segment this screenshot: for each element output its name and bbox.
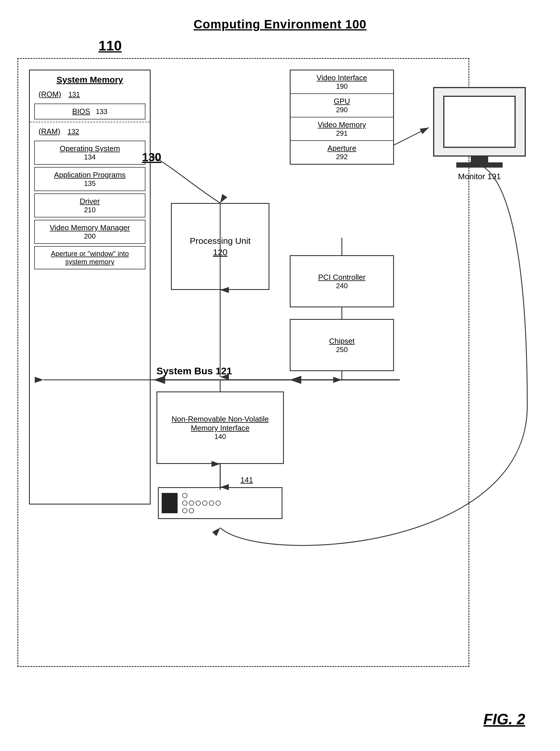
pu-num: 120 [213,247,227,257]
monitor-stand [471,157,488,162]
vmm-num: 200 [84,232,96,240]
pci-num: 240 [336,282,348,290]
aperture-note-box: Aperture or "window" into system memory [34,246,145,269]
hdd-circles-top [182,493,221,498]
driver-box: Driver 210 [34,193,145,217]
vi-title: Video Interface [295,73,389,82]
chipset-box: Chipset 250 [290,319,394,371]
system-memory-title: System Memory [30,75,150,85]
hdd-circles-mid [182,500,221,506]
hdd-circle-7 [216,500,221,506]
nrm-label: Non-Removable Non-Volatile Memory Interf… [157,415,283,432]
rom-label: (ROM) [39,90,61,99]
aperture-label: Aperture [295,144,389,153]
hdd-circle-5 [202,500,207,506]
hdd-platter [162,493,178,513]
processing-unit-box: Processing Unit 120 [171,203,269,290]
nrm-box: Non-Removable Non-Volatile Memory Interf… [157,391,284,464]
hdd-circle-8 [182,508,187,513]
video-mem-label: Video Memory [295,120,389,129]
system-memory-box: System Memory (ROM) 131 BIOS 133 (RAM) 1… [29,70,151,504]
app-label: Application Programs [39,171,140,179]
hdd-circle-2 [182,500,187,506]
vi-num: 190 [295,82,389,91]
video-interface-box: Video Interface 190 GPU 290 Video Memory… [290,70,394,165]
driver-num: 210 [84,206,96,214]
aperture-section: Aperture 292 [291,141,393,164]
hdd-box [158,487,282,519]
gpu-num: 290 [295,106,389,114]
os-box: Operating System 134 [34,141,145,165]
hdd-circle-4 [196,500,201,506]
monitor-screen [443,96,516,148]
vi-title-section: Video Interface 190 [291,71,393,94]
pci-box: PCI Controller 240 [290,255,394,307]
aperture-num: 292 [295,153,389,161]
monitor-base [456,162,503,168]
hdd-circle-3 [189,500,194,506]
monitor-group: Monitor 191 [429,87,530,181]
gpu-section: GPU 290 [291,94,393,117]
ram-label: (RAM) [39,127,60,136]
app-box: Application Programs 135 [34,167,145,191]
fig-label: FIG. 2 [483,710,525,728]
vmm-label: Video Memory Manager [39,223,140,232]
page-title: Computing Environment 100 [0,17,560,31]
bios-num: 133 [96,108,107,115]
app-num: 135 [84,179,96,187]
pu-label: Processing Unit [190,236,251,246]
pci-label: PCI Controller [318,273,365,282]
hdd-circle-9 [189,508,194,513]
system-bus-label: System Bus 121 [157,365,232,377]
bios-label: BIOS [72,107,90,116]
os-num: 134 [84,153,96,161]
hdd-circles-bot [182,508,221,513]
vmm-box: Video Memory Manager 200 [34,220,145,244]
rom-num: 131 [68,91,80,99]
driver-label: Driver [39,197,140,206]
hdd-circle-1 [182,493,187,498]
gpu-label: GPU [295,97,389,106]
monitor-bezel [433,87,526,157]
chipset-label: Chipset [329,336,355,346]
os-label: Operating System [39,144,140,153]
outer-box-label: 110 [99,38,122,54]
hdd-circle-6 [209,500,214,506]
video-mem-num: 291 [295,129,389,137]
ram-num: 132 [67,128,79,136]
chipset-num: 250 [336,346,348,354]
video-mem-section: Video Memory 291 [291,117,393,141]
hdd-label: 141 [240,476,253,484]
monitor-label: Monitor 191 [458,172,501,181]
aperture-note-label: Aperture or "window" into system memory [39,250,140,266]
bios-box: BIOS 133 [34,103,145,119]
nrm-num: 140 [214,432,226,441]
